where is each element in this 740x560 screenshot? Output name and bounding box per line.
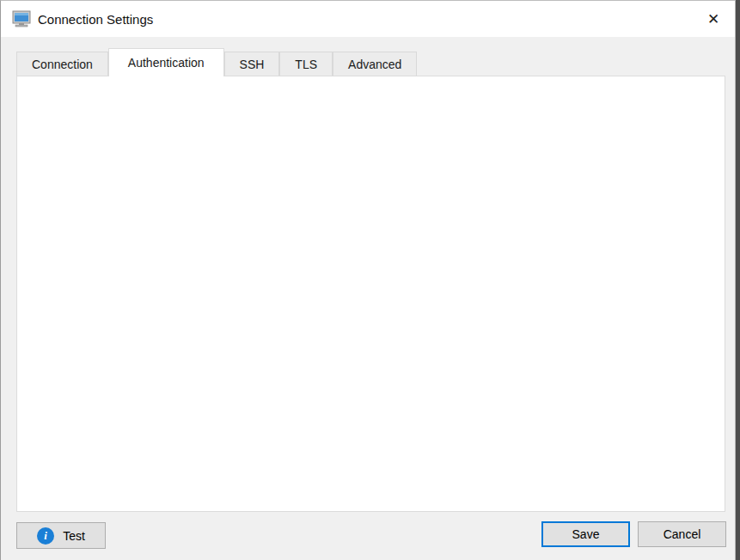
authentication-panel <box>16 76 725 512</box>
test-button-label: Test <box>63 529 85 543</box>
computer-monitor-icon <box>12 10 31 27</box>
save-button[interactable]: Save <box>541 521 630 547</box>
window-title: Connection Settings <box>38 12 153 27</box>
tab-bar: Connection Authentication SSH TLS Advanc… <box>16 48 417 76</box>
tab-authentication[interactable]: Authentication <box>108 48 224 76</box>
save-button-label: Save <box>572 527 600 541</box>
test-button[interactable]: i Test <box>16 522 106 549</box>
info-icon: i <box>37 527 54 545</box>
cancel-button[interactable]: Cancel <box>638 521 726 547</box>
tab-tls[interactable]: TLS <box>279 52 333 76</box>
close-button[interactable]: ✕ <box>699 6 728 32</box>
tab-advanced[interactable]: Advanced <box>333 52 417 76</box>
connection-settings-dialog: Connection Settings ✕ Connection Authent… <box>0 0 736 560</box>
tab-ssh[interactable]: SSH <box>224 52 280 76</box>
tab-connection[interactable]: Connection <box>16 52 108 76</box>
title-bar: Connection Settings ✕ <box>1 1 735 37</box>
cancel-button-label: Cancel <box>664 527 701 541</box>
